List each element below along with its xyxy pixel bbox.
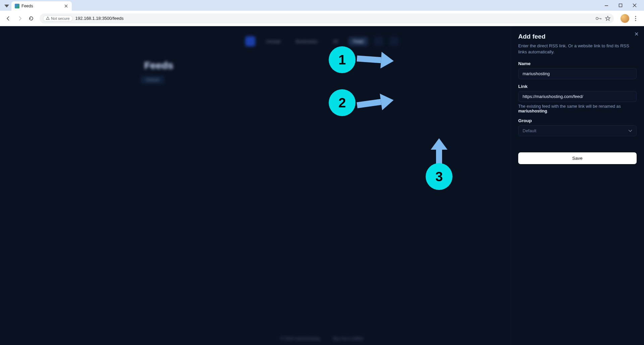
nav-back-icon[interactable] [3, 13, 13, 23]
group-label: Group [518, 118, 637, 123]
nav-feed[interactable]: Feed [348, 37, 368, 46]
nav-search-icon[interactable] [374, 37, 383, 46]
rename-hint-prefix: The existing feed with the same link wil… [518, 104, 621, 109]
tab-favicon [15, 4, 19, 8]
tab-title: Feeds [21, 4, 33, 8]
svg-rect-0 [605, 5, 608, 6]
app-viewport: Unread Bookmarks All Feed Feeds Default … [0, 26, 644, 345]
add-feed-panel: ✕ Add feed Enter the direct RSS link. Or… [511, 26, 644, 345]
link-label: Link [518, 84, 637, 89]
name-input[interactable] [518, 68, 637, 79]
url-text: 192.168.1.18:3500/feeds [75, 16, 124, 21]
not-secure-chip[interactable]: Not secure [43, 15, 73, 21]
nav-reload-icon[interactable] [26, 13, 36, 23]
name-label: Name [518, 61, 637, 66]
page-chip[interactable]: Default [141, 76, 164, 84]
svg-point-3 [635, 16, 636, 17]
svg-point-2 [596, 17, 598, 19]
panel-title: Add feed [518, 33, 637, 40]
chevron-down-icon [628, 130, 632, 132]
browser-tab[interactable]: Feeds [11, 1, 72, 11]
password-key-icon[interactable] [596, 16, 602, 21]
svg-point-4 [635, 18, 636, 19]
not-secure-label: Not secure [51, 16, 70, 20]
app-logo [245, 36, 255, 46]
url-right-icons [596, 16, 610, 21]
footer-left: © 2024 mariushosting [281, 336, 320, 341]
group-select[interactable]: Default [518, 125, 637, 136]
window-controls [602, 1, 642, 10]
url-field[interactable]: Not secure 192.168.1.18:3500/feeds [40, 13, 614, 23]
bookmark-star-icon[interactable] [605, 16, 610, 21]
nav-forward-icon[interactable] [15, 13, 25, 23]
nav-unread[interactable]: Unread [261, 37, 285, 46]
panel-close-icon[interactable]: ✕ [634, 31, 639, 37]
tab-close-icon[interactable] [64, 4, 68, 8]
svg-rect-1 [619, 4, 622, 7]
window-close-icon[interactable] [630, 1, 639, 10]
rename-hint: The existing feed with the same link wil… [518, 104, 637, 113]
nav-bookmarks[interactable]: Bookmarks [291, 37, 322, 46]
page-title: Feeds [144, 60, 173, 71]
window-maximize-icon[interactable] [616, 1, 625, 10]
rename-hint-bold: mariushosting [518, 109, 547, 113]
browser-tab-bar: Feeds [0, 0, 644, 11]
app-footer: © 2024 mariushosting Buy me a coffee! [281, 336, 364, 341]
browser-menu-icon[interactable] [631, 13, 641, 23]
nav-settings-icon[interactable] [389, 37, 399, 46]
panel-description: Enter the direct RSS link. Or a website … [518, 43, 637, 55]
nav-all[interactable]: All [328, 37, 342, 46]
svg-point-5 [635, 20, 636, 21]
group-value: Default [523, 128, 536, 133]
window-minimize-icon[interactable] [602, 1, 611, 10]
save-button[interactable]: Save [518, 152, 637, 164]
footer-right[interactable]: Buy me a coffee! [333, 336, 364, 341]
browser-address-bar: Not secure 192.168.1.18:3500/feeds [0, 11, 644, 26]
tabs-dropdown[interactable] [2, 1, 11, 11]
warning-icon [46, 16, 50, 20]
link-input[interactable] [518, 91, 637, 102]
tab-row: Feeds [2, 0, 72, 11]
profile-avatar[interactable] [621, 14, 629, 23]
app-nav: Unread Bookmarks All Feed [245, 36, 399, 46]
